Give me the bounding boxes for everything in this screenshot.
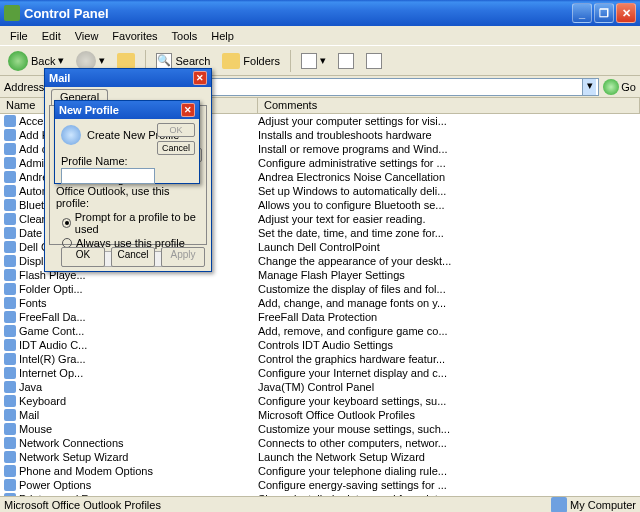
menu-favorites[interactable]: Favorites	[106, 28, 163, 44]
list-item[interactable]: Network Setup WizardLaunch the Network S…	[0, 450, 640, 464]
item-icon	[4, 297, 16, 309]
mail-apply-button[interactable]: Apply	[161, 247, 205, 267]
views-button[interactable]: ▾	[297, 51, 330, 71]
item-icon	[4, 269, 16, 281]
mail-dialog-close[interactable]: ✕	[193, 71, 207, 85]
menu-file[interactable]: File	[4, 28, 34, 44]
list-item[interactable]: Intel(R) Gra...Control the graphics hard…	[0, 352, 640, 366]
chevron-down-icon[interactable]: ▾	[582, 79, 596, 95]
item-comment: Customize your mouse settings, such...	[258, 423, 640, 435]
item-icon	[4, 241, 16, 253]
restore-button[interactable]: ❐	[594, 3, 614, 23]
views-icon	[301, 53, 317, 69]
radio-prompt[interactable]: Prompt for a profile to be used	[62, 211, 200, 235]
item-comment: Add, change, and manage fonts on y...	[258, 297, 640, 309]
list-item[interactable]: MailMicrosoft Office Outlook Profiles	[0, 408, 640, 422]
item-comment: Allows you to configure Bluetooth se...	[258, 199, 640, 211]
item-icon	[4, 381, 16, 393]
item-icon	[4, 199, 16, 211]
window-titlebar: Control Panel _ ❐ ✕	[0, 0, 640, 26]
menu-edit[interactable]: Edit	[36, 28, 67, 44]
menu-view[interactable]: View	[69, 28, 105, 44]
item-icon	[4, 409, 16, 421]
item-comment: Configure energy-saving settings for ...	[258, 479, 640, 491]
item-icon	[4, 437, 16, 449]
status-left: Microsoft Office Outlook Profiles	[4, 499, 161, 511]
item-icon	[4, 213, 16, 225]
address-label: Address	[4, 81, 44, 93]
list-item[interactable]: Internet Op...Configure your Internet di…	[0, 366, 640, 380]
item-comment: Configure your keyboard settings, su...	[258, 395, 640, 407]
item-icon	[4, 311, 16, 323]
item-comment: Adjust your computer settings for visi..…	[258, 115, 640, 127]
list-item[interactable]: MouseCustomize your mouse settings, such…	[0, 422, 640, 436]
item-icon	[4, 143, 16, 155]
item-icon	[4, 129, 16, 141]
list-item[interactable]: IDT Audio C...Controls IDT Audio Setting…	[0, 338, 640, 352]
item-comment: Configure your Internet display and c...	[258, 367, 640, 379]
list-item[interactable]: Game Cont...Add, remove, and configure g…	[0, 324, 640, 338]
item-icon	[4, 227, 16, 239]
item-icon	[4, 115, 16, 127]
list-item[interactable]: JavaJava(TM) Control Panel	[0, 380, 640, 394]
item-icon	[4, 451, 16, 463]
search-icon: 🔍	[156, 53, 172, 69]
list-item[interactable]: Phone and Modem OptionsConfigure your te…	[0, 464, 640, 478]
np-cancel-button[interactable]: Cancel	[157, 141, 195, 155]
col-comments[interactable]: Comments	[258, 98, 640, 113]
item-comment: Launch the Network Setup Wizard	[258, 451, 640, 463]
list-item[interactable]: KeyboardConfigure your keyboard settings…	[0, 394, 640, 408]
item-comment: FreeFall Data Protection	[258, 311, 640, 323]
my-computer-icon	[551, 497, 567, 513]
item-icon	[4, 395, 16, 407]
np-name-input[interactable]	[61, 168, 155, 184]
item-comment: Configure administrative settings for ..…	[258, 157, 640, 169]
item-name: FreeFall Da...	[19, 311, 86, 323]
list-item[interactable]: Network ConnectionsConnects to other com…	[0, 436, 640, 450]
item-name: IDT Audio C...	[19, 339, 87, 351]
new-profile-title: New Profile	[59, 104, 181, 116]
item-comment: Connects to other computers, networ...	[258, 437, 640, 449]
new-profile-close[interactable]: ✕	[181, 103, 195, 117]
item-name: Fonts	[19, 297, 47, 309]
app-icon	[4, 5, 20, 21]
go-button[interactable]: Go	[603, 79, 636, 95]
separator	[290, 50, 291, 72]
item-icon	[4, 255, 16, 267]
item-icon	[4, 353, 16, 365]
item-name: Java	[19, 381, 42, 393]
item-icon	[4, 171, 16, 183]
list-item[interactable]: FreeFall Da...FreeFall Data Protection	[0, 310, 640, 324]
new-profile-dialog: New Profile ✕ Create New Profile OK Canc…	[54, 100, 200, 184]
mail-dialog-titlebar: Mail ✕	[45, 69, 211, 87]
close-button[interactable]: ✕	[616, 3, 636, 23]
folders-button[interactable]: Folders	[218, 51, 284, 71]
mail-cancel-button[interactable]: Cancel	[111, 247, 155, 267]
list-item[interactable]: FontsAdd, change, and manage fonts on y.…	[0, 296, 640, 310]
item-comment: Microsoft Office Outlook Profiles	[258, 409, 640, 421]
mail-ok-button[interactable]: OK	[61, 247, 105, 267]
minimize-button[interactable]: _	[572, 3, 592, 23]
item-comment: Andrea Electronics Noise Cancellation	[258, 171, 640, 183]
item-comment: Customize the display of files and fol..…	[258, 283, 640, 295]
window-title: Control Panel	[24, 6, 570, 21]
np-name-label: Profile Name:	[61, 155, 193, 167]
menu-help[interactable]: Help	[205, 28, 240, 44]
item-name: Mail	[19, 409, 39, 421]
menu-tools[interactable]: Tools	[166, 28, 204, 44]
cut-icon	[366, 53, 382, 69]
item-name: Phone and Modem Options	[19, 465, 153, 477]
item-icon	[4, 157, 16, 169]
status-right: My Computer	[570, 499, 636, 511]
list-item[interactable]: Folder Opti...Customize the display of f…	[0, 282, 640, 296]
item-icon	[4, 479, 16, 491]
item-comment: Controls IDT Audio Settings	[258, 339, 640, 351]
item-icon	[4, 339, 16, 351]
sync-icon	[338, 53, 354, 69]
cut-button[interactable]	[362, 51, 386, 71]
np-ok-button[interactable]: OK	[157, 123, 195, 137]
statusbar: Microsoft Office Outlook Profiles My Com…	[0, 496, 640, 512]
sync-button[interactable]	[334, 51, 358, 71]
item-name: Intel(R) Gra...	[19, 353, 86, 365]
list-item[interactable]: Power OptionsConfigure energy-saving set…	[0, 478, 640, 492]
